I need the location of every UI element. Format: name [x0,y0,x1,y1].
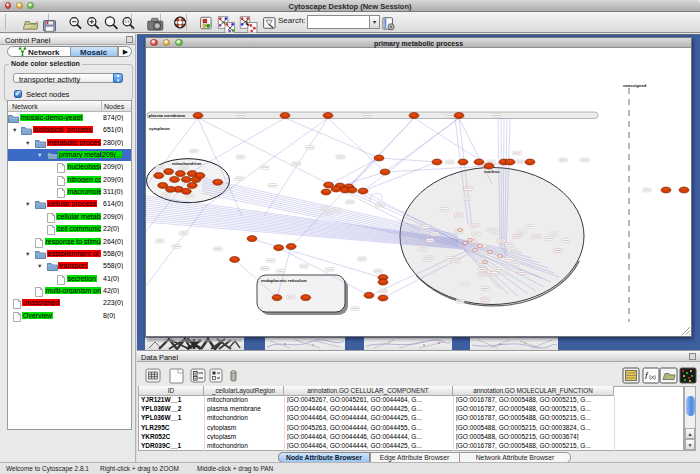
svg-text:cytoplasm: cytoplasm [149,126,170,131]
svg-text:1:1: 1:1 [124,20,129,24]
svg-text:mitochondrion: mitochondrion [172,161,202,166]
svg-text:(x): (x) [649,374,656,380]
svg-text:unassigned: unassigned [623,83,647,88]
svg-text:plasma membrane: plasma membrane [149,113,186,118]
svg-text:endoplasmic reticulum: endoplasmic reticulum [261,278,307,283]
